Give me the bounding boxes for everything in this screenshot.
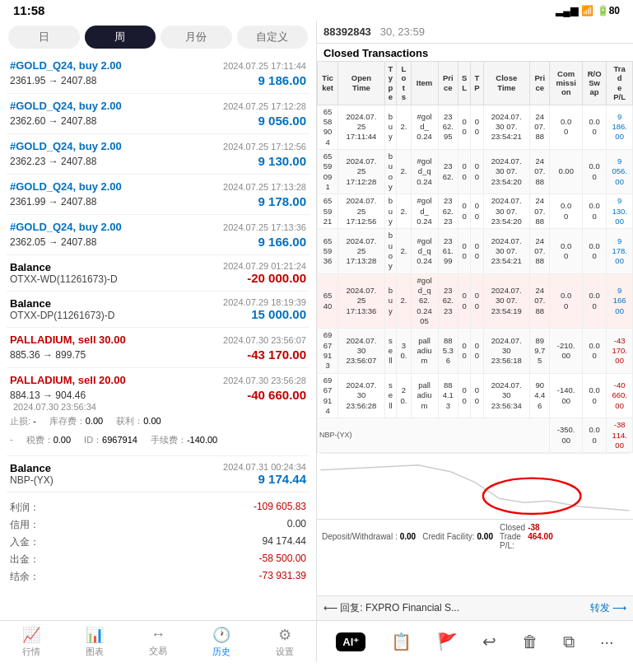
trash-button[interactable]: 🗑 <box>517 629 543 655</box>
nav-history[interactable]: 🕐 历史 <box>189 621 253 662</box>
tx-prices: 884.13 → 904.46 <box>10 390 86 401</box>
stop-info: 止损: - 库存费：0.00 获利：0.00 <box>10 412 306 431</box>
settings-icon: ⚙ <box>278 626 291 644</box>
nav-market-label: 行情 <box>22 646 40 658</box>
tx-date: 2024.07.25 17:13:36 <box>223 222 306 232</box>
credit-value: 0.00 <box>287 518 306 532</box>
balance-amount: -20 000.00 <box>223 271 306 285</box>
col-closetime: CloseTime <box>483 62 529 105</box>
balance-subtitle: OTXX-WD(11261673)-D <box>10 273 118 285</box>
closed-pnl-label: ClosedTradeP/L: <box>500 523 525 550</box>
col-opentime: OpenTime <box>338 62 384 105</box>
tx-date: 2024.07.29 18:19:39 <box>223 297 306 307</box>
tx-date: 2024.07.25 17:13:28 <box>223 182 306 192</box>
reply-text[interactable]: ⟵ 回复: FXPRO Financial S... <box>323 601 584 615</box>
tx-date: 2024.07.25 17:11:44 <box>223 61 306 71</box>
table-row: 655921 2024.07.2517:12:56 buy 2. #gold_0… <box>318 194 633 229</box>
cycle-button[interactable]: ↩ <box>477 628 501 655</box>
tx-pnl: -43 170.00 <box>247 348 306 362</box>
table-row: 655936 2024.07.2517:13:28 buoy 2. #gold_… <box>318 229 633 273</box>
balance-subtitle-nbp: NBP-(YX) <box>10 474 54 486</box>
nav-history-label: 历史 <box>212 646 230 658</box>
col-lots: Lots <box>397 62 411 105</box>
tx-pnl: 9 056.00 <box>258 114 306 128</box>
col-swap: R/OSwap <box>582 62 606 105</box>
balance-label: 结余： <box>10 570 40 584</box>
right-scroll[interactable]: Ticket OpenTime Type Lots Item Price SL … <box>317 61 633 595</box>
tab-day[interactable]: 日 <box>8 26 80 49</box>
ai-button[interactable]: AI⁺ <box>331 629 370 655</box>
table-row: 6967914 2024.07.3023:56:28 sell 20. pall… <box>318 373 633 418</box>
list-item: #GOLD_Q24, buy 2.00 2024.07.25 17:12:56 … <box>7 134 310 175</box>
balance-subtitle: OTXX-DP(11261673)-D <box>10 310 114 321</box>
wifi-icon: 📶 <box>581 5 593 16</box>
flag-icon: 🚩 <box>437 632 458 651</box>
profit-value: -109 605.83 <box>254 501 306 515</box>
chart-svg <box>320 454 630 519</box>
col-type: Type <box>384 62 397 105</box>
tx-prices: 2362.60 → 2407.88 <box>10 115 96 127</box>
credit-summary: Credit Facility: 0.00 <box>422 532 493 541</box>
nav-settings[interactable]: ⚙ 设置 <box>253 621 316 662</box>
folder-icon: 📋 <box>391 632 412 651</box>
right-header: 88392843 30, 23:59 <box>317 21 633 44</box>
bottom-summary: Deposit/Withdrawal : 0.00 Credit Facilit… <box>317 519 633 553</box>
header-date: 30, 23:59 <box>380 26 425 38</box>
svg-point-0 <box>483 478 581 514</box>
summary-section: 利润： -109 605.83 信用： 0.00 入金： 94 174.44 出… <box>7 492 310 589</box>
right-panel: 88392843 30, 23:59 Closed Transactions T… <box>317 21 633 620</box>
nav-chart-label: 图表 <box>86 646 104 658</box>
deposit-summary: Deposit/Withdrawal : 0.00 <box>322 532 416 541</box>
nav-chart[interactable]: 📊 图表 <box>63 621 127 662</box>
list-item: #GOLD_Q24, buy 2.00 2024.07.25 17:11:44 … <box>7 54 310 94</box>
tab-custom[interactable]: 自定义 <box>237 26 309 49</box>
transactions-table: Ticket OpenTime Type Lots Item Price SL … <box>317 61 633 453</box>
table-row: 6967913 2024.07.3023:56:07 sell 30. pall… <box>318 329 633 373</box>
trash-icon: 🗑 <box>522 632 538 651</box>
chart-area <box>320 453 630 519</box>
bottom-nav: 📈 行情 📊 图表 ↔ 交易 🕐 历史 ⚙ 设置 <box>0 621 317 662</box>
cycle-icon: ↩ <box>482 632 496 651</box>
deposit-value: 0.00 <box>400 532 416 541</box>
balance-entry: Balance OTXX-DP(11261673)-D 2024.07.29 1… <box>7 292 310 328</box>
tab-month[interactable]: 月份 <box>161 26 232 49</box>
chart-icon: 📊 <box>86 626 104 644</box>
balance-title-nbp: Balance <box>10 462 54 474</box>
closed-transactions-title: Closed Transactions <box>317 44 633 61</box>
col-pnl: TradeP/L <box>607 62 633 105</box>
tx-pnl: 9 186.00 <box>258 73 306 87</box>
bottom-area: 📈 行情 📊 图表 ↔ 交易 🕐 历史 ⚙ 设置 AI⁺ 📋 🚩 <box>0 620 633 661</box>
copy-button[interactable]: ⧉ <box>558 629 579 655</box>
tx-title: #GOLD_Q24, buy 2.00 <box>10 100 122 112</box>
tab-week[interactable]: 周 <box>85 26 156 49</box>
list-item: #GOLD_Q24, buy 2.00 2024.07.25 17:13:28 … <box>7 175 310 215</box>
flag-button[interactable]: 🚩 <box>432 628 463 655</box>
list-item: #GOLD_Q24, buy 2.00 2024.07.25 17:13:36 … <box>7 215 310 255</box>
account-number: 88392843 <box>323 26 371 38</box>
col-closeprice: Price <box>530 62 550 105</box>
nav-trade-label: 交易 <box>149 645 167 657</box>
balance-title: Balance <box>10 261 118 273</box>
tx-title: PALLADIUM, sell 30.00 <box>10 334 126 346</box>
table-row: 6558904 2024.07.2517:11:44 buy 2. #gold_… <box>318 105 633 149</box>
table-row-highlight: 6540 2024.07.2517:13:36 buy 2. #gold_q62… <box>318 273 633 329</box>
status-icons: ▂▄▆ 📶 🔋80 <box>556 5 620 16</box>
left-content: #GOLD_Q24, buy 2.00 2024.07.25 17:11:44 … <box>0 54 316 620</box>
closed-pnl-summary: ClosedTradeP/L: -38464.00 <box>500 523 553 550</box>
more-button[interactable]: ··· <box>595 629 619 655</box>
tx-date: 2024.07.25 17:12:28 <box>223 101 306 111</box>
tx-prices: 2361.99 → 2407.88 <box>10 196 96 208</box>
forward-button[interactable]: 转发 ⟶ <box>590 601 626 615</box>
nav-trade[interactable]: ↔ 交易 <box>127 621 190 662</box>
credit-label: 信用： <box>10 518 40 532</box>
closed-pnl-value: -38464.00 <box>528 523 553 550</box>
col-commission: Commission <box>550 62 582 105</box>
battery-icon: 🔋80 <box>597 5 620 16</box>
main-container: 日 周 月份 自定义 #GOLD_Q24, buy 2.00 2024.07.2… <box>0 21 633 620</box>
col-sl: SL <box>458 62 471 105</box>
reply-bar: ⟵ 回复: FXPRO Financial S... 转发 ⟶ <box>317 595 633 620</box>
nav-market[interactable]: 📈 行情 <box>0 621 63 662</box>
table-row: 6559091 2024.07.2517:12:28 buoy 2. #gold… <box>318 149 633 194</box>
list-item: #GOLD_Q24, buy 2.00 2024.07.25 17:12:28 … <box>7 94 310 134</box>
folder-button[interactable]: 📋 <box>386 628 417 655</box>
